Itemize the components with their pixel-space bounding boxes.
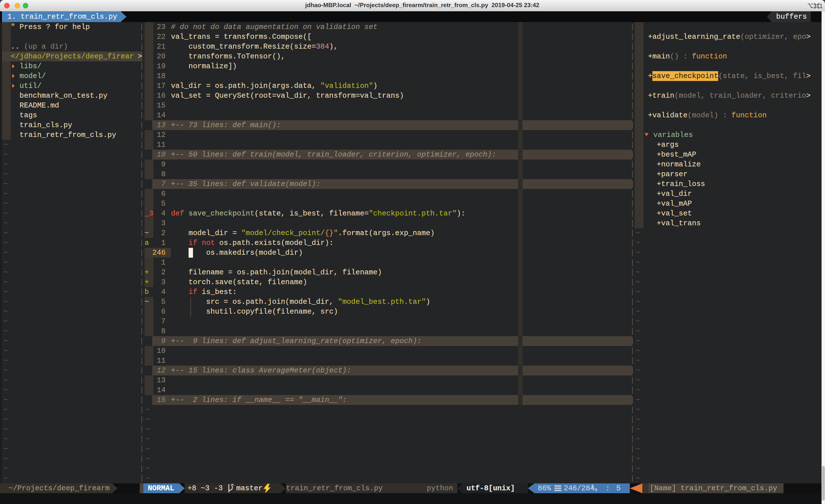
svg-text:1: 1 bbox=[819, 2, 823, 9]
